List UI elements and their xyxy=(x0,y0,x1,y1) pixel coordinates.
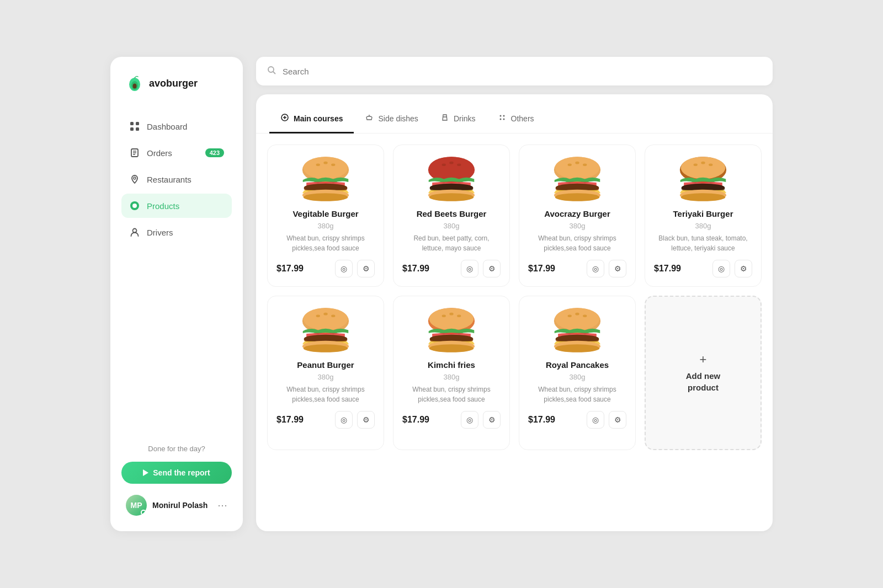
svg-point-70 xyxy=(429,308,474,330)
product-weight: 380g xyxy=(444,373,460,381)
more-options-button[interactable]: ⋯ xyxy=(217,499,227,511)
sidebar-item-dashboard[interactable]: Dashboard xyxy=(121,114,232,138)
svg-point-73 xyxy=(457,315,461,318)
view-button[interactable]: ◎ xyxy=(587,411,604,429)
settings-button[interactable]: ⚙ xyxy=(483,411,501,429)
product-card[interactable]: Kimchi fries 380g Wheat bun, crispy shri… xyxy=(393,296,510,450)
tab-others[interactable]: Others xyxy=(487,105,545,133)
settings-button[interactable]: ⚙ xyxy=(735,260,752,277)
tab-main-courses[interactable]: Main courses xyxy=(269,105,354,133)
product-description: Red bun, beet patty, corn, lettuce, mayo… xyxy=(402,233,501,253)
product-card[interactable]: Royal Pancakes 380g Wheat bun, crispy sh… xyxy=(519,296,636,450)
tab-label-side-dishes: Side dishes xyxy=(378,114,418,123)
product-card[interactable]: Teriyaki Burger 380g Black bun, tuna ste… xyxy=(645,145,762,287)
svg-point-59 xyxy=(681,193,726,201)
view-button[interactable]: ◎ xyxy=(712,260,730,277)
product-description: Wheat bun, crispy shrimps pickles,sea fo… xyxy=(276,384,375,404)
send-report-label: Send the report xyxy=(153,468,210,477)
settings-button[interactable]: ⚙ xyxy=(483,260,501,277)
product-name: Kimchi fries xyxy=(428,360,475,370)
product-description: Wheat bun, crispy shrimps pickles,sea fo… xyxy=(402,384,501,404)
svg-point-11 xyxy=(134,177,136,179)
product-name: Avocrazy Burger xyxy=(544,209,610,218)
product-footer: $17.99 ◎ ⚙ xyxy=(402,411,501,429)
product-name: Royal Pancakes xyxy=(546,360,609,370)
product-price: $17.99 xyxy=(402,415,429,425)
product-weight: 380g xyxy=(318,373,334,381)
svg-rect-4 xyxy=(136,122,139,125)
product-price: $17.99 xyxy=(402,264,429,274)
product-actions: ◎ ⚙ xyxy=(461,260,501,277)
view-button[interactable]: ◎ xyxy=(587,260,604,277)
svg-point-22 xyxy=(499,119,501,120)
search-input[interactable] xyxy=(283,67,762,76)
svg-point-2 xyxy=(133,84,137,89)
play-icon xyxy=(143,469,148,476)
sidebar-label-orders: Orders xyxy=(147,148,172,158)
restaurants-icon xyxy=(129,174,140,185)
svg-point-41 xyxy=(429,193,474,201)
product-weight: 380g xyxy=(570,373,586,381)
svg-point-52 xyxy=(681,157,726,179)
product-weight: 380g xyxy=(318,222,334,230)
settings-button[interactable]: ⚙ xyxy=(609,411,626,429)
product-price: $17.99 xyxy=(654,264,681,274)
products-panel: Main courses Side dishes Drinks Others xyxy=(256,94,773,531)
svg-point-82 xyxy=(583,315,587,318)
send-report-button[interactable]: Send the report xyxy=(121,462,232,484)
tab-label-others: Others xyxy=(511,114,534,123)
product-card[interactable]: Red Beets Burger 380g Red bun, beet patt… xyxy=(393,145,510,287)
svg-point-64 xyxy=(331,315,335,318)
svg-point-45 xyxy=(575,162,579,164)
product-card[interactable]: Avocrazy Burger 380g Wheat bun, crispy s… xyxy=(519,145,636,287)
product-image xyxy=(673,154,733,204)
add-product-label: Add newproduct xyxy=(686,370,721,393)
badge-orders: 423 xyxy=(205,148,224,157)
product-actions: ◎ ⚙ xyxy=(335,411,375,429)
view-button[interactable]: ◎ xyxy=(461,411,478,429)
settings-button[interactable]: ⚙ xyxy=(357,411,375,429)
sidebar-item-products[interactable]: Products xyxy=(121,194,232,218)
others-tab-icon xyxy=(498,113,507,124)
sidebar-item-orders[interactable]: Orders 423 xyxy=(121,141,232,165)
svg-point-44 xyxy=(568,164,572,167)
svg-point-27 xyxy=(323,162,327,164)
svg-point-28 xyxy=(331,164,335,167)
sidebar-logo: avoburger xyxy=(121,74,232,92)
view-button[interactable]: ◎ xyxy=(335,260,353,277)
svg-rect-5 xyxy=(130,127,134,131)
avatar-initials: MP xyxy=(131,501,142,510)
product-image xyxy=(421,305,482,355)
add-product-plus: + xyxy=(700,352,707,367)
product-weight: 380g xyxy=(570,222,586,230)
done-text: Done for the day? xyxy=(148,445,205,453)
app-container: avoburger Dashboard Orders 423 Restauran… xyxy=(110,57,773,531)
svg-point-81 xyxy=(575,313,579,316)
svg-point-50 xyxy=(555,193,600,201)
svg-point-23 xyxy=(503,119,504,120)
main-content: Main courses Side dishes Drinks Others xyxy=(243,57,773,531)
add-product-card[interactable]: + Add newproduct xyxy=(645,296,762,450)
product-card[interactable]: Peanut Burger 380g Wheat bun, crispy shr… xyxy=(267,296,384,450)
svg-point-36 xyxy=(449,162,453,164)
product-image xyxy=(295,154,356,204)
product-description: Black bun, tuna steak, tomato, lettuce, … xyxy=(654,233,752,253)
sidebar-label-products: Products xyxy=(147,201,179,211)
product-footer: $17.99 ◎ ⚙ xyxy=(276,411,375,429)
product-name: Peanut Burger xyxy=(297,360,354,370)
svg-point-53 xyxy=(694,164,698,167)
product-footer: $17.99 ◎ ⚙ xyxy=(402,260,501,277)
settings-button[interactable]: ⚙ xyxy=(609,260,626,277)
sidebar-item-drivers[interactable]: Drivers xyxy=(121,220,232,244)
tab-side-dishes[interactable]: Side dishes xyxy=(354,105,429,133)
tab-drinks[interactable]: Drinks xyxy=(429,105,487,133)
product-card[interactable]: Vegitable Burger 380g Wheat bun, crispy … xyxy=(267,145,384,287)
view-button[interactable]: ◎ xyxy=(461,260,478,277)
sidebar-item-restaurants[interactable]: Restaurants xyxy=(121,167,232,191)
svg-point-79 xyxy=(555,308,600,330)
view-button[interactable]: ◎ xyxy=(335,411,353,429)
product-actions: ◎ ⚙ xyxy=(587,411,626,429)
svg-point-54 xyxy=(701,162,705,164)
svg-point-61 xyxy=(304,308,348,330)
settings-button[interactable]: ⚙ xyxy=(357,260,375,277)
